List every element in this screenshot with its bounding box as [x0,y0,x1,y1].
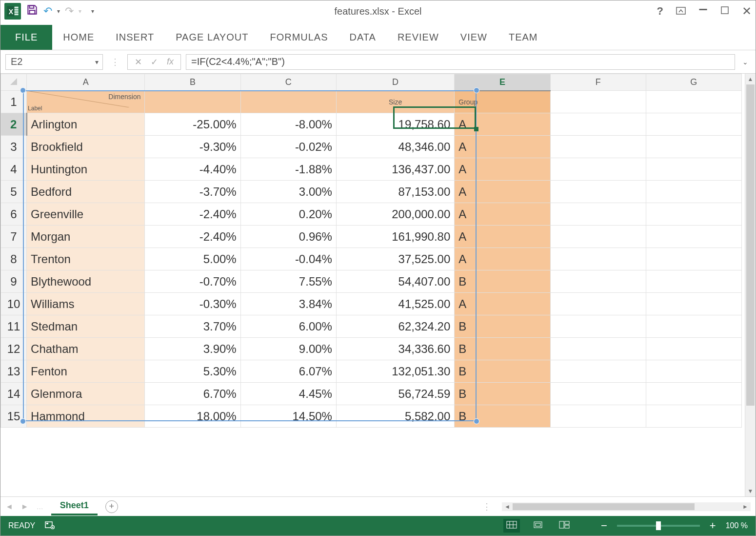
row-header-3[interactable]: 3 [1,136,27,158]
cell-D6[interactable]: 200,000.00 [336,203,454,226]
cell-D3[interactable]: 48,346.00 [336,136,454,158]
cell-F6[interactable] [550,203,646,226]
row-header-7[interactable]: 7 [1,226,27,248]
sheet-tab-sheet1[interactable]: Sheet1 [51,497,98,515]
cell-B12[interactable]: 3.90% [145,338,240,360]
redo-icon[interactable]: ↷ [65,5,74,18]
cell-B5[interactable]: -3.70% [145,181,240,203]
table-row[interactable]: 7Morgan-2.40%0.96%161,990.80A [1,226,742,248]
selection-handle-bl[interactable] [20,418,26,424]
cell-E8[interactable]: A [455,248,550,270]
cell-E10[interactable]: A [455,293,550,315]
horizontal-scrollbar[interactable]: ◄ ► [502,502,751,511]
cell-C7[interactable]: 0.96% [240,226,336,248]
cell-G6[interactable] [646,203,741,226]
tab-nav-next-icon[interactable]: ► [21,502,29,511]
cell-G9[interactable] [646,270,741,293]
cell-B6[interactable]: -2.40% [145,203,240,226]
macro-record-icon[interactable] [45,520,55,531]
tab-insert[interactable]: INSERT [105,25,165,50]
cell-G8[interactable] [646,248,741,270]
row-header-12[interactable]: 12 [1,338,27,360]
cell-D8[interactable]: 37,525.00 [336,248,454,270]
cell-E6[interactable]: A [455,203,550,226]
cell-G11[interactable] [646,315,741,338]
table-row-header[interactable]: 1 Dimension Label Size Group [1,91,742,113]
cell-D14[interactable]: 56,724.59 [336,383,454,405]
row-header-11[interactable]: 11 [1,315,27,338]
cell-A10[interactable]: Williams [27,293,145,315]
cell-E15[interactable]: B [455,405,550,428]
cell-E5[interactable]: A [455,181,550,203]
qat-customize-icon[interactable]: ▾ [91,8,94,15]
scroll-down-icon[interactable]: ▼ [745,486,756,496]
table-row[interactable]: 3Brookfield-9.30%-0.02%48,346.00A [1,136,742,158]
cell-F4[interactable] [550,158,646,181]
col-header-B[interactable]: B [145,74,240,91]
cell-D1[interactable]: Size [336,91,454,113]
view-page-break-icon[interactable] [556,519,573,533]
cell-F3[interactable] [550,136,646,158]
cell-E14[interactable]: B [455,383,550,405]
cell-D15[interactable]: 5,582.00 [336,405,454,428]
cell-B4[interactable]: -4.40% [145,158,240,181]
cell-A4[interactable]: Huntington [27,158,145,181]
zoom-in-icon[interactable]: + [710,519,716,532]
cell-C12[interactable]: 9.00% [240,338,336,360]
vertical-scrollbar[interactable]: ▲ ▼ [745,74,756,496]
table-row[interactable]: 9Blythewood-0.70%7.55%54,407.00B [1,270,742,293]
cell-B7[interactable]: -2.40% [145,226,240,248]
col-header-C[interactable]: C [240,74,336,91]
cell-F9[interactable] [550,270,646,293]
cell-A3[interactable]: Brookfield [27,136,145,158]
tab-data[interactable]: DATA [339,25,387,50]
cell-C5[interactable]: 3.00% [240,181,336,203]
name-box-value[interactable]: E2 [6,54,91,69]
scroll-left-icon[interactable]: ◄ [502,503,513,510]
cell-E9[interactable]: B [455,270,550,293]
table-row[interactable]: 8Trenton5.00%-0.04%37,525.00A [1,248,742,270]
table-row[interactable]: 2Arlington-25.00%-8.00%19,758.60A [1,113,742,136]
cell-C9[interactable]: 7.55% [240,270,336,293]
scroll-up-icon[interactable]: ▲ [745,74,756,84]
cell-A12[interactable]: Chatham [27,338,145,360]
cell-C1[interactable] [240,91,336,113]
fx-icon[interactable]: fx [167,57,174,67]
cell-G2[interactable] [646,113,741,136]
cell-D11[interactable]: 62,324.20 [336,315,454,338]
selection-handle-br[interactable] [474,418,479,424]
row-header-4[interactable]: 4 [1,158,27,181]
tab-view[interactable]: VIEW [450,25,498,50]
cell-G3[interactable] [646,136,741,158]
grid-inner[interactable]: A B C D E F G 1 Dimension Label [0,74,745,496]
tab-home[interactable]: HOME [52,25,105,50]
zoom-level[interactable]: 100 % [726,521,748,530]
cell-G5[interactable] [646,181,741,203]
cell-B11[interactable]: 3.70% [145,315,240,338]
hscroll-track[interactable] [513,502,740,511]
cell-A1[interactable]: Dimension Label [27,91,145,113]
tab-file[interactable]: FILE [0,25,52,50]
cell-C15[interactable]: 14.50% [240,405,336,428]
cell-F12[interactable] [550,338,646,360]
ribbon-display-icon[interactable] [676,6,686,17]
cell-F8[interactable] [550,248,646,270]
cell-A14[interactable]: Glenmora [27,383,145,405]
table-row[interactable]: 15Hammond18.00%14.50%5,582.00B [1,405,742,428]
cell-G4[interactable] [646,158,741,181]
cell-E3[interactable]: A [455,136,550,158]
col-header-D[interactable]: D [336,74,454,91]
table-row[interactable]: 13Fenton5.30%6.07%132,051.30B [1,360,742,383]
close-icon[interactable]: ✕ [742,5,752,17]
spreadsheet-grid[interactable]: A B C D E F G 1 Dimension Label [0,74,742,428]
cell-B9[interactable]: -0.70% [145,270,240,293]
cell-B15[interactable]: 18.00% [145,405,240,428]
cell-D5[interactable]: 87,153.00 [336,181,454,203]
minimize-icon[interactable]: ‒ [698,1,708,16]
row-header-6[interactable]: 6 [1,203,27,226]
table-row[interactable]: 6Greenville-2.40%0.20%200,000.00A [1,203,742,226]
zoom-slider[interactable] [617,525,700,527]
cell-E11[interactable]: B [455,315,550,338]
cell-C8[interactable]: -0.04% [240,248,336,270]
cell-B8[interactable]: 5.00% [145,248,240,270]
